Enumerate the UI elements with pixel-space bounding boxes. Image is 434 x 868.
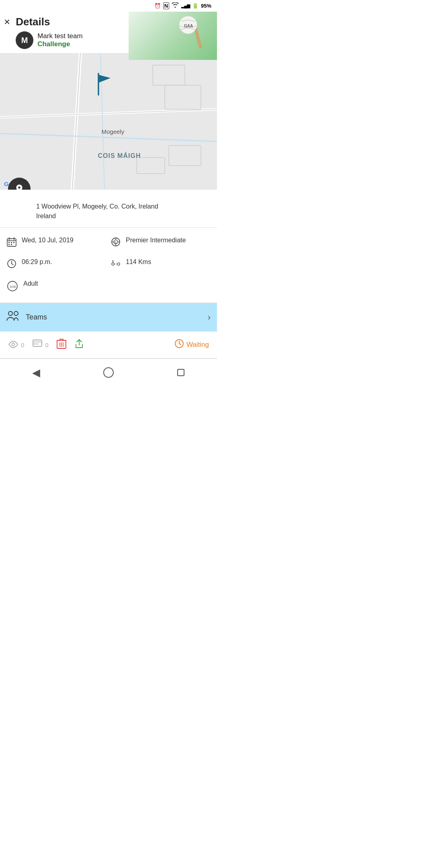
map-area-label: COIS MÁIGH <box>98 152 141 160</box>
svg-point-34 <box>112 263 114 265</box>
waiting-icon <box>174 339 184 351</box>
avatar: M <box>16 31 33 49</box>
teams-label: Teams <box>26 313 47 321</box>
alarm-icon: ⏰ <box>154 3 161 9</box>
svg-text:G: G <box>115 241 117 244</box>
header-left: × Details M Mark test team Challenge <box>4 16 211 49</box>
team-type: Challenge <box>37 40 82 48</box>
page-title: Details <box>16 16 82 28</box>
time-cell: 06:29 p.m. <box>6 258 106 271</box>
view-count-item: 0 <box>8 339 24 350</box>
svg-point-42 <box>12 343 15 346</box>
teams-icon <box>6 310 20 324</box>
details-row-3: AGE Adult <box>6 279 211 295</box>
svg-point-35 <box>117 263 120 265</box>
waiting-button[interactable]: Waiting <box>174 339 209 351</box>
age-value: Adult <box>23 279 38 288</box>
status-bar: ⏰ N ▂▄▆ 🔋 95% <box>0 0 217 12</box>
battery-icon: 🔋 <box>192 3 199 9</box>
svg-line-33 <box>12 264 13 265</box>
team-row: M Mark test team Challenge <box>16 31 82 49</box>
distance-cell: 114 Kms <box>111 258 211 271</box>
svg-line-57 <box>179 344 181 345</box>
eye-icon <box>8 339 18 350</box>
distance-value: 114 Kms <box>126 258 151 266</box>
svg-point-41 <box>14 311 18 315</box>
teams-row[interactable]: Teams › <box>0 303 217 332</box>
clock-icon <box>6 258 17 271</box>
address-line1: 1 Woodview Pl, Mogeely, Co. Cork, Irelan… <box>36 203 158 210</box>
message-count-item: 0 <box>32 339 48 350</box>
map-flag-icon <box>94 72 114 100</box>
footer-actions: 0 0 <box>0 332 217 358</box>
waiting-label: Waiting <box>186 341 209 349</box>
message-icon <box>32 339 43 350</box>
nfc-icon: N <box>163 2 169 9</box>
home-button[interactable] <box>98 364 119 381</box>
details-row-2: 06:29 p.m. 114 Kms <box>6 258 211 271</box>
delete-button[interactable] <box>57 338 66 352</box>
svg-rect-19 <box>8 242 10 243</box>
status-icons: ⏰ N ▂▄▆ 🔋 95% <box>154 2 211 9</box>
competition-icon: G <box>111 237 121 250</box>
calendar-icon <box>6 237 17 250</box>
team-name: Mark test team <box>37 32 82 40</box>
map-area[interactable]: Mogeely COIS MÁIGH Google <box>0 53 217 190</box>
back-button[interactable]: ◀ <box>26 364 46 381</box>
teams-chevron-icon: › <box>208 312 211 323</box>
svg-rect-22 <box>8 244 10 245</box>
details-grid: Wed, 10 Jul, 2019 G Premier Intermediate <box>0 228 217 303</box>
age-cell: AGE Adult <box>6 279 211 295</box>
signal-icon: ▂▄▆ <box>181 3 190 8</box>
teams-left: Teams <box>6 310 47 324</box>
team-info: Mark test team Challenge <box>37 32 82 48</box>
svg-point-58 <box>104 368 113 377</box>
svg-rect-43 <box>33 340 42 346</box>
view-count: 0 <box>21 342 24 348</box>
competition-value: Premier Intermediate <box>126 236 186 245</box>
message-count: 0 <box>45 342 48 348</box>
address-line2: Ireland <box>36 213 56 219</box>
age-icon: AGE <box>6 280 18 295</box>
svg-rect-59 <box>178 369 184 376</box>
header-title-group: Details M Mark test team Challenge <box>16 16 82 49</box>
pin-icon <box>14 184 25 190</box>
close-button[interactable]: × <box>4 16 10 27</box>
svg-text:AGE: AGE <box>10 285 16 289</box>
date-value: Wed, 10 Jul, 2019 <box>22 236 74 245</box>
address-text: 1 Woodview Pl, Mogeely, Co. Cork, Irelan… <box>36 203 158 219</box>
address-section: 1 Woodview Pl, Mogeely, Co. Cork, Irelan… <box>0 190 217 228</box>
wifi-icon <box>172 2 179 9</box>
svg-point-40 <box>8 311 12 315</box>
distance-icon <box>111 258 121 271</box>
svg-rect-23 <box>11 244 12 245</box>
system-nav-bar: ◀ <box>0 358 217 386</box>
time-value: 06:29 p.m. <box>22 258 52 266</box>
battery-percent: 95% <box>201 3 211 9</box>
date-cell: Wed, 10 Jul, 2019 <box>6 236 106 250</box>
competition-cell: G Premier Intermediate <box>111 236 211 250</box>
map-location-label: Mogeely <box>101 128 124 135</box>
svg-rect-20 <box>11 242 12 243</box>
svg-rect-21 <box>13 242 14 243</box>
share-button[interactable] <box>74 338 84 352</box>
details-row-1: Wed, 10 Jul, 2019 G Premier Intermediate <box>6 236 211 250</box>
header: × Details M Mark test team Challenge <box>0 12 217 53</box>
recent-button[interactable] <box>171 364 191 381</box>
